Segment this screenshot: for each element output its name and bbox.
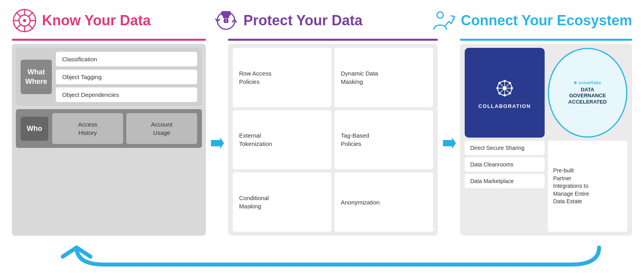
svg-line-8 (29, 25, 33, 29)
collaboration-label: COLLABORATION (478, 103, 531, 109)
svg-point-26 (509, 82, 511, 84)
know-title: Know Your Data (42, 12, 151, 29)
svg-marker-16 (211, 138, 224, 149)
arrow-2 (438, 51, 460, 236)
bottom-arrow-container (12, 239, 632, 272)
connect-outer: COLLABORATION ❄ snowflake DATAGOVERNANCE… (460, 44, 632, 236)
svg-line-33 (506, 90, 509, 93)
svg-point-23 (511, 87, 513, 89)
svg-line-35 (500, 90, 503, 93)
collaboration-icon (493, 76, 517, 100)
arrow-1 (206, 51, 228, 236)
main-row: WhatWhere Classification Object Tagging … (12, 39, 632, 236)
know-bar (12, 39, 206, 41)
svg-point-14 (226, 21, 227, 22)
protect-bar (228, 39, 438, 41)
svg-point-27 (498, 92, 501, 95)
protect-icon (213, 8, 239, 33)
prebuilt-box: Pre-builtPartnerIntegrations toManage En… (548, 141, 628, 232)
conditional-masking-item: ConditionalMasking (233, 172, 331, 232)
svg-point-2 (23, 19, 26, 22)
data-cleanrooms: Data Cleanrooms (465, 157, 545, 172)
know-what-items: Classification Object Tagging Object Dep… (56, 52, 197, 102)
account-usage-item: AccountUsage (126, 113, 197, 144)
right-arrow-icon-2 (441, 135, 457, 151)
connect-header: Connect Your Ecosystem (431, 8, 632, 33)
svg-line-10 (17, 25, 21, 29)
who-label: Who (21, 117, 48, 141)
svg-line-34 (506, 84, 509, 87)
svg-point-21 (503, 94, 506, 96)
svg-line-7 (17, 13, 21, 17)
know-outer: WhatWhere Classification Object Tagging … (12, 44, 206, 236)
svg-point-22 (496, 87, 499, 89)
protect-outer: Row AccessPolicies Dynamic DataMasking E… (228, 44, 438, 236)
svg-point-24 (498, 82, 501, 84)
right-arrow-icon-1 (209, 135, 225, 151)
snowflake-brand: ❄ snowflake (574, 81, 601, 85)
know-icon (12, 8, 37, 33)
page: Know Your Data (0, 0, 644, 276)
connect-title: Connect Your Ecosystem (461, 12, 632, 29)
snowflake-badge: ❄ snowflake DATAGOVERNANCEACCELERATED (548, 48, 628, 138)
svg-point-25 (509, 92, 511, 95)
row-access-item: Row AccessPolicies (233, 48, 331, 107)
svg-point-20 (503, 80, 506, 82)
prebuilt-text: Pre-builtPartnerIntegrations toManage En… (553, 167, 589, 206)
header-row: Know Your Data (12, 8, 632, 33)
know-who-items: AccessHistory AccountUsage (52, 113, 197, 144)
snowflake-main: DATAGOVERNANCEACCELERATED (568, 87, 607, 105)
data-marketplace: Data Marketplace (465, 174, 545, 188)
dynamic-data-item: Dynamic DataMasking (334, 48, 433, 107)
svg-point-15 (437, 12, 443, 18)
what-where-label: WhatWhere (21, 60, 52, 94)
connect-section: COLLABORATION ❄ snowflake DATAGOVERNANCE… (460, 39, 632, 236)
svg-line-32 (500, 84, 503, 87)
access-history-item: AccessHistory (52, 113, 123, 144)
external-token-item: ExternalTokenization (233, 110, 331, 170)
know-header: Know Your Data (12, 8, 206, 33)
tag-based-item: Tag-BasedPolicies (334, 110, 433, 170)
connect-bar (460, 39, 632, 41)
know-section: WhatWhere Classification Object Tagging … (12, 39, 206, 236)
direct-secure-sharing: Direct Secure Sharing (465, 141, 545, 155)
protect-title: Protect Your Data (243, 12, 363, 29)
collaboration-box: COLLABORATION (465, 48, 545, 138)
connect-list: Direct Secure Sharing Data Cleanrooms Da… (465, 141, 545, 232)
know-who-row: Who AccessHistory AccountUsage (16, 109, 202, 148)
anonymization-item: Anonymization (334, 172, 433, 232)
object-tagging-item: Object Tagging (56, 70, 197, 84)
connect-icon (431, 8, 456, 33)
svg-marker-17 (443, 138, 456, 149)
svg-line-9 (29, 13, 33, 17)
know-what-row: WhatWhere Classification Object Tagging … (16, 48, 202, 106)
protect-section: Row AccessPolicies Dynamic DataMasking E… (228, 39, 438, 236)
protect-header: Protect Your Data (213, 8, 423, 33)
classification-item: Classification (56, 52, 197, 66)
feedback-arrow (24, 243, 620, 270)
object-dependencies-item: Object Dependencies (56, 87, 197, 102)
